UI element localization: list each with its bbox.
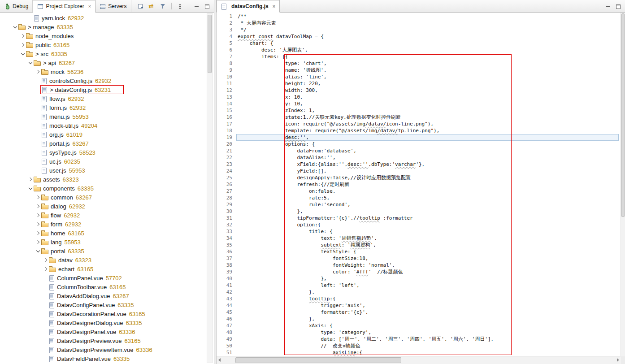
line-number[interactable]: 38 <box>217 262 232 269</box>
code-line[interactable]: export const datavToolMap = { <box>238 33 621 40</box>
line-number[interactable]: 4 <box>217 33 232 40</box>
code-line[interactable]: icon: require("@/assets/img/datav/icon-l… <box>238 121 621 127</box>
code-line[interactable]: dataAlias:'', <box>238 154 621 161</box>
line-number[interactable]: 25 <box>217 174 232 181</box>
code-text-area[interactable]: /** * 大屏内容元素 */export const datavToolMap… <box>238 13 621 356</box>
tree-item-dialog[interactable]: dialog62932 <box>0 202 207 211</box>
scrollbar-thumb[interactable] <box>235 357 401 363</box>
code-line[interactable]: xAxis: { <box>238 322 621 329</box>
vertical-scrollbar[interactable] <box>207 13 213 363</box>
line-number[interactable]: 2 <box>217 20 232 26</box>
code-line[interactable]: alias: 'line', <box>238 74 621 80</box>
line-number[interactable]: 6 <box>217 47 232 53</box>
line-number[interactable]: 19 <box>217 134 232 141</box>
tab-servers[interactable]: Servers <box>95 0 131 12</box>
tree-item-public[interactable]: public63165 <box>0 40 207 49</box>
code-line[interactable]: dataFrom:'database', <box>238 147 621 154</box>
line-number[interactable]: 30 <box>217 208 232 215</box>
tree-item-controlsConfig.js[interactable]: controlsConfig.js62932 <box>0 76 207 85</box>
code-line[interactable]: option:{ <box>238 221 621 228</box>
line-number[interactable]: 48 <box>217 329 232 336</box>
code-line[interactable]: chart: { <box>238 40 621 47</box>
line-number[interactable]: 43 <box>217 295 232 302</box>
chevron-collapsed-icon[interactable] <box>35 239 41 245</box>
line-number[interactable]: 37 <box>217 255 232 262</box>
chevron-expanded-icon[interactable] <box>12 24 18 30</box>
tree-item-api[interactable]: >api63267 <box>0 58 207 67</box>
code-line[interactable]: desc: '大屏图表', <box>238 47 621 53</box>
tree-item-DatavDesignPreviewItem.vue[interactable]: DatavDesignPreviewItem.vue63336 <box>0 345 207 354</box>
tab-debug[interactable]: Debug <box>0 0 33 12</box>
line-number[interactable]: 51 <box>217 349 232 356</box>
scroll-right-arrow-icon[interactable] <box>617 358 619 362</box>
code-line[interactable]: data: ['周一', '周二', '周三', '周四', '周五', '周六… <box>238 336 621 342</box>
tree-item-form[interactable]: form62932 <box>0 220 207 229</box>
code-line[interactable]: title: { <box>238 228 621 235</box>
line-number[interactable]: 1 <box>217 13 232 20</box>
chevron-collapsed-icon[interactable] <box>43 257 49 263</box>
code-line[interactable]: desc:'', <box>238 134 621 141</box>
line-number[interactable]: 11 <box>217 80 232 87</box>
tree-item-datav[interactable]: datav63323 <box>0 256 207 264</box>
line-number[interactable]: 18 <box>217 127 232 134</box>
code-line[interactable]: designApply:false,//设计时应用数据预览配置 <box>238 174 621 181</box>
code-line[interactable]: }, <box>238 316 621 322</box>
tree-item-home[interactable]: home63165 <box>0 229 207 238</box>
tree-item-DatavDesignPanel.vue[interactable]: DatavDesignPanel.vue63336 <box>0 327 207 336</box>
code-line[interactable]: fontSize:18, <box>238 255 621 262</box>
chevron-collapsed-icon[interactable] <box>35 194 41 200</box>
line-number[interactable]: 5 <box>217 40 232 47</box>
line-number[interactable]: 22 <box>217 154 232 161</box>
tree-item-DatavConfigPanel.vue[interactable]: DatavConfigPanel.vue63335 <box>0 300 207 309</box>
code-line[interactable]: yField:[], <box>238 168 621 174</box>
tree-item-node_modules[interactable]: node_modules <box>0 31 207 40</box>
chevron-collapsed-icon[interactable] <box>35 69 41 75</box>
tree-item-lang[interactable]: lang55953 <box>0 238 207 247</box>
code-line[interactable]: trigger:'axis', <box>238 302 621 309</box>
tree-item-DatavDecorationPanel.vue[interactable]: DatavDecorationPanel.vue63165 <box>0 309 207 318</box>
code-line[interactable]: }, <box>238 289 621 295</box>
line-number[interactable]: 23 <box>217 161 232 168</box>
line-number[interactable]: 26 <box>217 181 232 188</box>
code-line[interactable]: y: 10, <box>238 100 621 107</box>
line-number[interactable]: 39 <box>217 269 232 275</box>
scroll-left-arrow-icon[interactable] <box>218 358 221 362</box>
tree-item-yarn.lock[interactable]: yarn.lock62932 <box>0 13 207 22</box>
close-icon[interactable]: × <box>273 4 275 9</box>
maximize-icon[interactable] <box>615 3 621 9</box>
code-line[interactable]: color: '#fff' //标题颜色 <box>238 269 621 275</box>
line-number[interactable]: 3 <box>217 26 232 33</box>
line-number[interactable]: 16 <box>217 114 232 121</box>
chevron-expanded-icon[interactable] <box>35 248 41 254</box>
code-line[interactable]: subtext: '纯属虚构', <box>238 242 621 248</box>
code-line[interactable]: rule:'second', <box>238 201 621 208</box>
tree-item-flow.js[interactable]: flow.js62932 <box>0 94 207 103</box>
line-number[interactable]: 28 <box>217 195 232 201</box>
code-line[interactable]: type: 'chart', <box>238 60 621 67</box>
code-editor[interactable]: 1234567891011121314151617181920212223242… <box>217 13 621 356</box>
code-line[interactable]: */ <box>238 26 621 33</box>
line-number[interactable]: 47 <box>217 322 232 329</box>
code-line[interactable]: /** <box>238 13 621 20</box>
code-line[interactable]: name: '折线图', <box>238 67 621 74</box>
code-line[interactable]: // 改变x轴颜色 <box>238 342 621 349</box>
code-line[interactable]: state:1,//关联元素key.处理数据变化时控件刷新 <box>238 114 621 121</box>
code-line[interactable]: textStyle: { <box>238 248 621 255</box>
view-menu-icon[interactable] <box>177 3 183 9</box>
maximize-icon[interactable] <box>204 3 210 9</box>
code-line[interactable]: tooltip:{ <box>238 295 621 302</box>
code-line[interactable]: template: require("@/assets/img/datav/tp… <box>238 127 621 134</box>
code-line[interactable]: zIndex: 1, <box>238 107 621 114</box>
code-line[interactable]: height: 220, <box>238 80 621 87</box>
chevron-collapsed-icon[interactable] <box>35 203 41 209</box>
line-number[interactable]: 21 <box>217 147 232 154</box>
line-number[interactable]: 27 <box>217 188 232 195</box>
line-number[interactable]: 49 <box>217 336 232 342</box>
tree-item-form.js[interactable]: form.js62932 <box>0 103 207 112</box>
tree-item-user.js[interactable]: user.js55953 <box>0 166 207 175</box>
tree-item-DatavDesignPreview.vue[interactable]: DatavDesignPreview.vue63165 <box>0 336 207 345</box>
line-number[interactable]: 42 <box>217 289 232 295</box>
tree-item-manage[interactable]: >manage63335 <box>0 22 207 31</box>
tab-datavconfig-js[interactable]: datavConfig.js × <box>217 0 280 13</box>
tree-item-DatavAddDialog.vue[interactable]: DatavAddDialog.vue63267 <box>0 291 207 300</box>
